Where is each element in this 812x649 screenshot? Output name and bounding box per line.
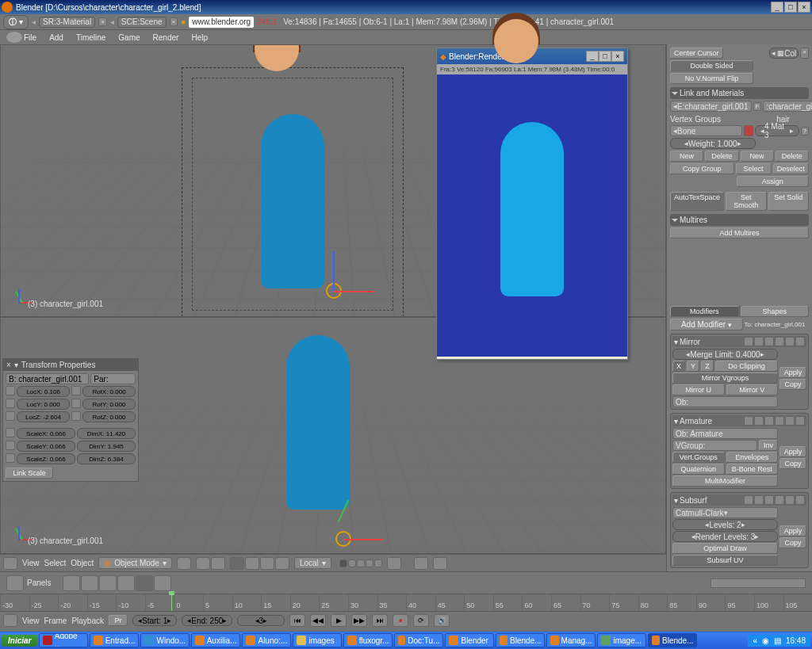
vp-menu-select[interactable]: Select <box>44 559 67 567</box>
mat-assign-button[interactable]: Assign <box>737 176 810 187</box>
timeline-cursor[interactable] <box>171 594 172 611</box>
mat-new-button[interactable]: New <box>741 151 774 162</box>
bbone-rest-button[interactable]: B-Bone Rest <box>726 464 779 475</box>
mat-index[interactable]: ◂4 Mat 3▸ <box>755 125 799 136</box>
bone-field[interactable]: ◂ Bone <box>670 125 742 136</box>
tray-arrow-icon[interactable]: « <box>753 636 757 645</box>
close-scene-button[interactable]: × <box>170 17 178 26</box>
locz-field[interactable]: LocZ: -2.604 <box>17 411 70 422</box>
copy-group-button[interactable]: Copy Group <box>670 163 734 174</box>
autotexspace-button[interactable]: AutoTexSpace <box>670 192 724 211</box>
viewport-type-icon[interactable] <box>6 32 22 43</box>
layer-3[interactable] <box>357 559 365 567</box>
dimz-field[interactable]: DimZ: 6.384 <box>77 453 136 464</box>
scalex-lock[interactable] <box>6 428 15 437</box>
menu-help[interactable]: Help <box>191 33 208 42</box>
roty-lock[interactable] <box>71 399 81 408</box>
levels-field[interactable]: ◂Levels: 2▸ <box>672 519 778 530</box>
double-sided-button[interactable]: Double Sided <box>670 60 753 71</box>
context-scene-icon[interactable] <box>154 575 171 591</box>
locx-field[interactable]: LocX: 0.106 <box>17 386 70 397</box>
context-editing-icon[interactable] <box>136 575 153 591</box>
rotz-lock[interactable] <box>71 411 81 421</box>
vp-menu-object[interactable]: Object <box>71 559 94 567</box>
scaley-lock[interactable] <box>6 441 15 450</box>
sub-up-icon[interactable] <box>775 495 784 505</box>
pivot-button[interactable] <box>196 557 210 570</box>
sub-close-icon[interactable] <box>795 495 805 505</box>
editor-type-button[interactable] <box>3 557 17 570</box>
context-logic-icon[interactable] <box>63 575 80 591</box>
render-max-button[interactable]: □ <box>599 51 611 62</box>
set-smooth-button[interactable]: Set Smooth <box>726 192 766 211</box>
vert-groups-button[interactable]: Vert.Groups <box>672 452 725 463</box>
vp-menu-view[interactable]: View <box>22 559 40 567</box>
character-model-bottom[interactable] <box>270 317 366 510</box>
task-manag[interactable]: Manag... <box>546 633 596 647</box>
close-screen-button[interactable]: × <box>98 17 107 26</box>
locy-field[interactable]: LocY: 0.000 <box>17 399 70 410</box>
mod-edit-icon[interactable] <box>764 337 774 346</box>
arm-up-icon[interactable] <box>775 416 784 426</box>
locx-lock[interactable] <box>6 386 15 395</box>
mat-select-button[interactable]: Select <box>736 163 772 174</box>
col-close[interactable]: × <box>800 48 809 59</box>
mirror-copy-button[interactable]: Copy <box>779 379 806 390</box>
audio-button[interactable]: 🔊 <box>434 614 450 627</box>
arm-view-icon[interactable] <box>754 416 764 426</box>
col-field[interactable]: ◂ ▦ Col <box>769 48 799 59</box>
close-button[interactable]: × <box>798 2 810 13</box>
context-script-icon[interactable] <box>81 575 98 591</box>
object-name-field[interactable]: B: character_girl.001 <box>6 373 89 384</box>
mod-close-icon[interactable] <box>795 337 805 346</box>
task-images[interactable]: images <box>293 633 342 647</box>
task-entrad[interactable]: Entrad... <box>90 633 139 647</box>
task-blender1[interactable]: Blender <box>445 633 494 647</box>
menu-add[interactable]: Add <box>49 33 63 42</box>
mirror-u-button[interactable]: Mirror U <box>672 384 725 395</box>
task-aluno[interactable]: Aluno:... <box>242 633 291 647</box>
vg-delete-button[interactable]: Delete <box>705 151 738 162</box>
url-display[interactable]: www.blender.org <box>189 17 254 28</box>
orientation-selector[interactable]: Local ▾ <box>294 557 331 569</box>
mirror-y-button[interactable]: Y <box>687 361 699 372</box>
tray-icon-2[interactable]: ▤ <box>774 636 781 645</box>
transform-properties-panel[interactable]: ×▾Transform Properties B: character_girl… <box>2 358 139 482</box>
tray-icon-1[interactable]: ◉ <box>762 636 769 645</box>
weight-field[interactable]: ◂Weight: 1.000▸ <box>670 138 756 149</box>
context-shading-icon[interactable] <box>99 575 117 591</box>
modifiers-tab[interactable]: Modifiers <box>670 306 739 317</box>
buttons-editor-type[interactable] <box>6 575 24 591</box>
arm-close-icon[interactable] <box>795 416 805 426</box>
system-tray[interactable]: « ◉ ▤ 16:48 <box>748 635 810 647</box>
optimal-draw-button[interactable]: Optimal Draw <box>672 543 778 554</box>
mesh-link-field[interactable]: ◂ E:character_girl.001 <box>670 101 752 112</box>
multimodifier-button[interactable]: MultiModifier <box>672 475 778 487</box>
armature-vgroup-field[interactable]: VGroup: <box>672 440 757 451</box>
menu-render[interactable]: Render <box>153 33 179 42</box>
shapes-tab[interactable]: Shapes <box>741 306 810 317</box>
timeline-editor-type[interactable] <box>3 614 17 627</box>
subsurf-apply-button[interactable]: Apply <box>779 525 806 536</box>
mat-deselect-button[interactable]: Deselect <box>773 163 809 174</box>
task-fluxogr[interactable]: fluxogr... <box>343 633 393 647</box>
rotx-field[interactable]: RotX: 0.000 <box>82 386 136 397</box>
task-windo[interactable]: Windo... <box>140 633 190 647</box>
timeline-view[interactable]: View <box>22 617 40 625</box>
sub-down-icon[interactable] <box>785 495 795 505</box>
maximize-button[interactable]: □ <box>784 2 797 13</box>
mod-down-icon[interactable] <box>785 337 795 346</box>
render-min-button[interactable]: _ <box>586 51 599 62</box>
pr-button[interactable]: Pr <box>109 615 128 626</box>
add-modifier-button[interactable]: Add Modifier ▾ <box>670 319 743 330</box>
armature-copy-button[interactable]: Copy <box>779 458 806 469</box>
inv-button[interactable]: Inv <box>759 440 778 451</box>
mat-help-button[interactable]: ? <box>801 127 809 136</box>
end-frame-field[interactable]: ◂ End: 250 ▸ <box>182 615 232 626</box>
character-model[interactable] <box>245 67 340 288</box>
multires-header[interactable]: Multires <box>670 214 809 226</box>
material-color-swatch[interactable] <box>744 125 753 136</box>
record-button[interactable]: ● <box>393 614 408 627</box>
rotate-button[interactable] <box>260 557 274 570</box>
timeline-ruler[interactable]: -30-25-20-15-10-505101520253035404550556… <box>0 594 812 612</box>
